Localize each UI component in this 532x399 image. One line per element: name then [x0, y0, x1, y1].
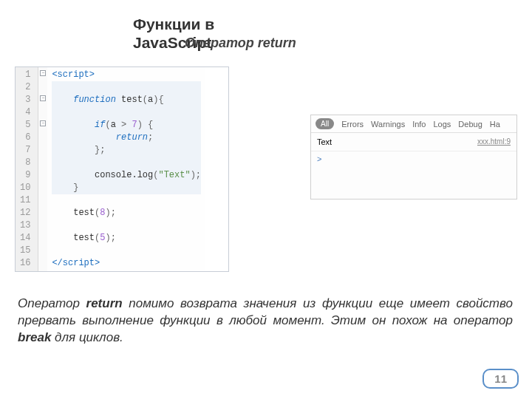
code-token: test — [73, 233, 95, 243]
fold-marker-icon: − — [40, 120, 46, 126]
code-content: <script> function test(a){ if(a > 7) { r… — [47, 67, 205, 271]
para-bold-break: break — [18, 330, 51, 344]
line-number: 3 — [20, 94, 30, 106]
line-number: 6 — [20, 132, 30, 144]
code-number: 7 — [132, 120, 137, 130]
code-token: > — [116, 120, 132, 130]
console-tab-overflow[interactable]: Ha — [490, 120, 500, 129]
console-tab-all[interactable]: All — [316, 118, 334, 129]
console-source-link[interactable]: xxx.html:9 — [477, 137, 511, 146]
console-tab-warnings[interactable]: Warnings — [371, 120, 405, 129]
console-row: Text xxx.html:9 — [311, 133, 516, 151]
para-text: Оператор — [18, 296, 86, 310]
console-prompt[interactable]: > — [311, 151, 516, 166]
line-number: 9 — [20, 169, 30, 182]
code-keyword: if — [95, 120, 105, 130]
code-string: "Text" — [158, 170, 190, 180]
console-tabs: All Errors Warnings Info Logs Debug Ha — [311, 115, 516, 133]
code-token: a — [111, 120, 116, 130]
page-number: 11 — [482, 369, 519, 389]
line-number: 14 — [20, 232, 30, 245]
para-bold-return: return — [86, 296, 123, 310]
console-tab-debug[interactable]: Debug — [458, 120, 482, 129]
code-token: test — [121, 95, 143, 105]
console-tab-info[interactable]: Info — [412, 120, 426, 129]
slide-title-line1: Функции в — [133, 15, 399, 33]
fold-marker-icon: − — [40, 70, 46, 76]
fold-marker-icon: − — [40, 95, 46, 101]
console-output-text: Text — [317, 137, 332, 146]
line-number: 7 — [20, 144, 30, 157]
code-token: </script> — [52, 258, 100, 268]
console-tab-logs[interactable]: Logs — [434, 120, 451, 129]
line-number: 15 — [20, 245, 30, 257]
line-number: 16 — [20, 257, 30, 270]
line-number: 1 — [20, 69, 30, 81]
code-editor: 1 2 3 4 5 6 7 8 9 10 11 12 13 14 15 16 −… — [15, 66, 229, 272]
line-number: 4 — [20, 106, 30, 119]
slide-subtitle: Оператор return — [185, 35, 296, 51]
line-number: 10 — [20, 182, 30, 194]
code-keyword: return — [116, 132, 148, 143]
line-number: 12 — [20, 207, 30, 219]
console-tab-errors[interactable]: Errors — [341, 120, 364, 129]
line-number: 8 — [20, 157, 30, 169]
code-token: <script> — [52, 69, 95, 80]
line-number-gutter: 1 2 3 4 5 6 7 8 9 10 11 12 13 14 15 16 — [16, 67, 38, 271]
line-number: 11 — [20, 194, 30, 207]
code-keyword: function — [73, 95, 116, 105]
line-number: 13 — [20, 219, 30, 232]
code-token: console.log — [95, 170, 153, 180]
line-number: 2 — [20, 81, 30, 94]
para-text: для циклов. — [51, 330, 123, 344]
explanation-paragraph: Оператор return помимо возврата значения… — [18, 296, 513, 347]
fold-column: − − − — [38, 67, 47, 271]
line-number: 5 — [20, 119, 30, 132]
devtools-console: All Errors Warnings Info Logs Debug Ha T… — [310, 115, 517, 200]
code-token: test — [73, 208, 95, 218]
